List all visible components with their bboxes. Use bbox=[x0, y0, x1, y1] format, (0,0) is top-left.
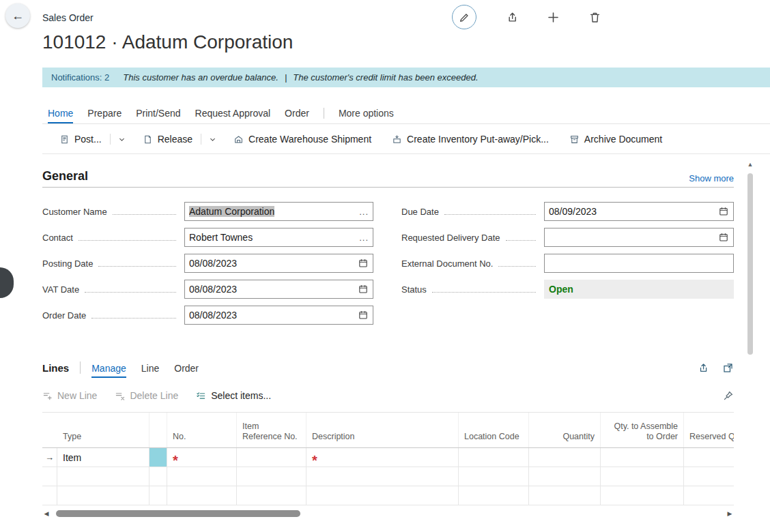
no-cell[interactable]: * bbox=[167, 448, 237, 467]
contact-lookup-button[interactable]: ... bbox=[354, 233, 369, 243]
release-dropdown-button[interactable] bbox=[208, 135, 217, 144]
qty-to-assemble-cell[interactable] bbox=[601, 448, 684, 467]
no-cell[interactable] bbox=[167, 486, 237, 505]
contact-input[interactable]: Robert Townes ... bbox=[184, 228, 373, 247]
requested-delivery-date-input[interactable] bbox=[544, 228, 734, 247]
status-value-field: Open bbox=[544, 280, 734, 299]
column-header-quantity[interactable]: Quantity bbox=[529, 413, 601, 447]
calendar-icon[interactable] bbox=[718, 232, 729, 243]
show-more-link[interactable]: Show more bbox=[689, 173, 734, 183]
row-selector-cell[interactable] bbox=[42, 486, 57, 505]
lines-tab-order[interactable]: Order bbox=[174, 363, 199, 378]
new-document-button[interactable] bbox=[547, 11, 560, 24]
horizontal-scrollbar[interactable]: ◀ ▶ bbox=[42, 508, 734, 519]
column-header-item-reference-no[interactable]: Item Reference No. bbox=[237, 413, 306, 447]
create-warehouse-shipment-button[interactable]: Create Warehouse Shipment bbox=[233, 134, 371, 145]
create-inventory-putaway-pick-button[interactable]: Create Inventory Put-away/Pick... bbox=[392, 134, 549, 145]
more-options-button[interactable]: More options bbox=[339, 108, 394, 123]
delete-document-button[interactable] bbox=[588, 11, 601, 24]
item-reference-no-cell[interactable] bbox=[237, 448, 306, 467]
tab-request-approval[interactable]: Request Approval bbox=[195, 108, 271, 123]
calendar-icon[interactable] bbox=[358, 284, 369, 295]
customer-name-lookup-button[interactable]: ... bbox=[354, 207, 369, 217]
lines-tab-line[interactable]: Line bbox=[141, 363, 159, 378]
open-in-new-window-icon[interactable] bbox=[722, 362, 734, 374]
notifications-count-link[interactable]: Notifications: 2 bbox=[51, 72, 109, 83]
lines-tab-manage[interactable]: Manage bbox=[91, 363, 126, 378]
type-cell[interactable] bbox=[57, 467, 149, 486]
scroll-left-icon[interactable]: ◀ bbox=[42, 510, 51, 517]
vat-date-input[interactable]: 08/08/2023 bbox=[184, 280, 373, 299]
back-button[interactable]: ← bbox=[5, 3, 30, 28]
column-header-no[interactable]: No. bbox=[167, 413, 237, 447]
select-items-label: Select items... bbox=[211, 390, 271, 401]
row-selector-cell[interactable] bbox=[42, 467, 57, 486]
location-code-cell[interactable] bbox=[459, 467, 529, 486]
post-dropdown-button[interactable] bbox=[117, 135, 126, 144]
focused-cell-indicator[interactable] bbox=[149, 448, 167, 467]
location-code-cell[interactable] bbox=[459, 486, 529, 505]
description-cell[interactable] bbox=[306, 486, 459, 505]
post-button[interactable]: Post... bbox=[59, 134, 102, 145]
reserved-quantity-cell[interactable] bbox=[684, 448, 734, 467]
posting-date-input[interactable]: 08/08/2023 bbox=[184, 254, 373, 273]
row-selector-cell[interactable]: → bbox=[42, 448, 57, 467]
location-code-cell[interactable] bbox=[459, 448, 529, 467]
order-date-input[interactable]: 08/08/2023 bbox=[184, 306, 373, 325]
column-header-description[interactable]: Description bbox=[306, 413, 459, 447]
horizontal-scrollbar-thumb[interactable] bbox=[56, 510, 300, 517]
customer-name-label: Customer Name bbox=[42, 207, 107, 217]
description-cell[interactable] bbox=[306, 467, 459, 486]
side-pane-handle[interactable] bbox=[0, 267, 14, 298]
share-icon[interactable] bbox=[697, 362, 709, 374]
item-reference-no-cell[interactable] bbox=[237, 486, 306, 505]
select-items-button[interactable]: Select items... bbox=[196, 390, 271, 401]
quantity-cell[interactable] bbox=[529, 486, 601, 505]
calendar-icon[interactable] bbox=[358, 258, 369, 269]
quantity-cell[interactable] bbox=[529, 467, 601, 486]
edit-button[interactable] bbox=[452, 5, 476, 29]
type-cell[interactable]: Item bbox=[57, 448, 149, 467]
scroll-right-icon[interactable]: ▶ bbox=[726, 510, 734, 517]
release-button[interactable]: Release bbox=[143, 134, 192, 145]
column-header-type[interactable]: Type bbox=[57, 413, 149, 447]
column-header-reserved-quantity[interactable]: Reserved Qu... bbox=[684, 413, 734, 447]
calendar-icon[interactable] bbox=[358, 310, 369, 321]
contact-value: Robert Townes bbox=[189, 232, 253, 243]
external-document-no-input[interactable] bbox=[544, 254, 734, 273]
requested-delivery-date-label: Requested Delivery Date bbox=[401, 233, 500, 243]
qty-to-assemble-cell[interactable] bbox=[601, 467, 684, 486]
tab-prepare[interactable]: Prepare bbox=[87, 108, 122, 123]
reserved-quantity-cell[interactable] bbox=[684, 486, 734, 505]
tab-order[interactable]: Order bbox=[285, 108, 309, 123]
scroll-up-icon[interactable]: ▲ bbox=[745, 161, 755, 168]
qty-to-assemble-cell[interactable] bbox=[601, 486, 684, 505]
lines-table: Type No. Item Reference No. Description … bbox=[42, 412, 734, 505]
posting-date-label: Posting Date bbox=[42, 258, 93, 269]
column-header-qty-to-assemble[interactable]: Qty. to Assemble to Order bbox=[601, 413, 684, 447]
pin-pane-icon[interactable] bbox=[723, 390, 734, 401]
release-icon bbox=[143, 134, 153, 145]
calendar-icon[interactable] bbox=[718, 206, 729, 217]
vertical-scrollbar-thumb[interactable] bbox=[747, 173, 753, 355]
quantity-cell[interactable] bbox=[529, 448, 601, 467]
description-cell[interactable]: * bbox=[306, 448, 459, 467]
vertical-scrollbar[interactable]: ▲ bbox=[745, 158, 755, 532]
archive-document-label: Archive Document bbox=[584, 134, 662, 145]
release-label: Release bbox=[158, 134, 192, 145]
tab-print-send[interactable]: Print/Send bbox=[136, 108, 180, 123]
spacer-cell[interactable] bbox=[149, 486, 167, 505]
item-reference-no-cell[interactable] bbox=[237, 467, 306, 486]
reserved-quantity-cell[interactable] bbox=[684, 467, 734, 486]
spacer-cell[interactable] bbox=[149, 467, 167, 486]
archive-document-button[interactable]: Archive Document bbox=[569, 134, 662, 145]
column-header-location-code[interactable]: Location Code bbox=[459, 413, 529, 447]
vat-date-label: VAT Date bbox=[42, 284, 79, 295]
tab-home[interactable]: Home bbox=[48, 108, 73, 123]
type-cell[interactable] bbox=[57, 486, 149, 505]
customer-name-input[interactable]: Adatum Corporation ... bbox=[184, 202, 373, 221]
due-date-input[interactable]: 08/09/2023 bbox=[544, 202, 734, 221]
share-button[interactable] bbox=[505, 11, 518, 24]
status-field-row: Status Open bbox=[401, 280, 734, 299]
no-cell[interactable] bbox=[167, 467, 237, 486]
